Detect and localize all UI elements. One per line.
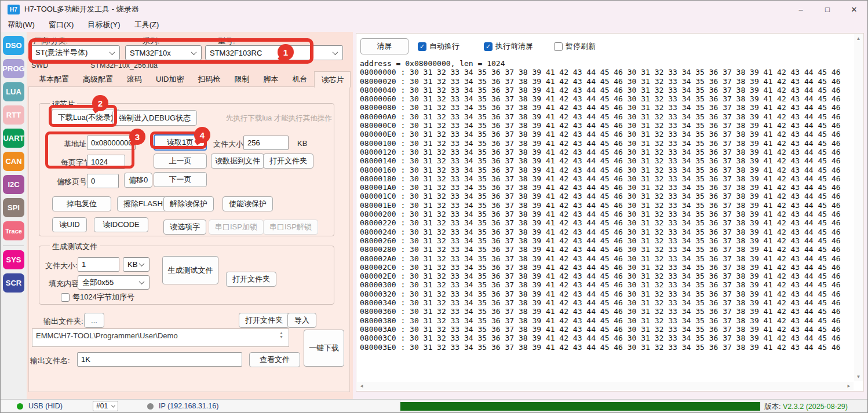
tab-page-read-chip: 读芯片 下载Lua(不烧录) 强制进入DEBUG状态 先执行下载lua 才能执行… bbox=[28, 86, 350, 392]
console-checkbox-2[interactable]: ✓执行前清屏 bbox=[484, 41, 533, 52]
browse-folder-button[interactable]: ... bbox=[84, 313, 104, 328]
menu-item[interactable]: 工具(Z) bbox=[127, 19, 166, 31]
gen-open-folder-button[interactable]: 打开文件夹 bbox=[226, 272, 276, 287]
hex-output[interactable]: address = 0x08000000, len = 102408000000… bbox=[360, 59, 852, 378]
vertical-scrollbar[interactable]: ▲▼ bbox=[854, 34, 863, 381]
sidebar-item-sys[interactable]: SYS bbox=[3, 250, 24, 269]
menu-item[interactable]: 目标板(Y) bbox=[81, 19, 127, 31]
isp-unlock-button[interactable]: 串口ISP解锁 bbox=[263, 220, 318, 235]
sidebar-item-can[interactable]: CAN bbox=[3, 152, 24, 171]
erase-flash-button[interactable]: 擦除FLASH bbox=[117, 196, 169, 211]
tab-2[interactable]: 高级配置 bbox=[76, 72, 120, 87]
ip-status-label: IP (192.168.31.16) bbox=[159, 402, 218, 410]
prev-page-button[interactable]: 上一页 bbox=[154, 153, 207, 169]
fill-content-select[interactable]: 全部0x55 bbox=[78, 275, 149, 290]
sidebar-item-rtt[interactable]: RTT bbox=[3, 105, 24, 125]
read-option-bytes-button[interactable]: 读选项字 bbox=[163, 220, 206, 235]
output-filename-input[interactable]: 1K bbox=[77, 352, 242, 367]
sidebar-item-trace[interactable]: Trace bbox=[3, 221, 24, 240]
tab-1[interactable]: 基本配置 bbox=[32, 72, 76, 87]
tab-9[interactable]: 读芯片 bbox=[314, 71, 351, 87]
menu-item[interactable]: 帮助(W) bbox=[1, 19, 42, 31]
import-button[interactable]: 导入 bbox=[287, 313, 316, 328]
channel-select[interactable]: #01 bbox=[93, 401, 118, 411]
offset-page-input[interactable]: 0 bbox=[87, 174, 119, 188]
file-size-input[interactable]: 256 bbox=[243, 136, 289, 150]
chevron-down-icon bbox=[333, 49, 338, 55]
scroll-right-icon[interactable]: ► bbox=[847, 383, 851, 389]
channel-value: #01 bbox=[96, 402, 108, 410]
gen-size-input[interactable]: 1 bbox=[78, 257, 119, 272]
console-checkbox-3[interactable]: 暂停刷新 bbox=[554, 41, 596, 52]
window-controls: – □ ✕ bbox=[787, 1, 867, 18]
hex-line: 08000240 : 30 31 32 33 34 35 36 37 38 39… bbox=[360, 228, 852, 236]
enable-read-protect-button[interactable]: 使能读保护 bbox=[223, 196, 273, 211]
sidebar-item-dso[interactable]: DSO bbox=[3, 36, 24, 55]
tab-3[interactable]: 滚码 bbox=[120, 72, 149, 87]
page-bytes-input[interactable]: 1024 bbox=[87, 155, 125, 169]
sidebar-item-uart[interactable]: UART bbox=[3, 129, 24, 148]
tab-7[interactable]: 脚本 bbox=[256, 72, 285, 87]
console-checkbox-1[interactable]: ✓自动换行 bbox=[418, 41, 459, 52]
hex-line: 08000100 : 30 31 32 33 34 35 36 37 38 39… bbox=[360, 139, 852, 148]
read-chip-group: 读芯片 下载Lua(不烧录) 强制进入DEBUG状态 先执行下载lua 才能执行… bbox=[39, 103, 334, 236]
hex-line: 080002C0 : 30 31 32 33 34 35 36 37 38 39… bbox=[360, 263, 852, 272]
isp-lock-button[interactable]: 串口ISP加锁 bbox=[209, 220, 264, 235]
tab-5[interactable]: 扫码枪 bbox=[191, 72, 227, 87]
scroll-up-icon[interactable]: ▲ bbox=[856, 36, 861, 41]
next-page-button[interactable]: 下一页 bbox=[154, 172, 207, 187]
close-button[interactable]: ✕ bbox=[841, 1, 867, 18]
checkbox-icon bbox=[554, 42, 563, 51]
scroll-left-icon[interactable]: ◄ bbox=[359, 383, 364, 389]
model-select[interactable]: STM32F103RC bbox=[205, 45, 343, 60]
tab-4[interactable]: UID加密 bbox=[149, 72, 191, 87]
sidebar-divider bbox=[3, 246, 24, 246]
hex-line: 08000360 : 30 31 32 33 34 35 36 37 38 39… bbox=[360, 307, 852, 316]
series-select[interactable]: STM32F10x bbox=[125, 45, 202, 60]
path-scroll-arrows[interactable]: ▲▼ bbox=[279, 331, 283, 339]
gen-size-unit-select[interactable]: KB bbox=[123, 257, 149, 272]
sidebar-item-i2c[interactable]: I2C bbox=[3, 175, 24, 194]
hex-line: 08000200 : 30 31 32 33 34 35 36 37 38 39… bbox=[360, 210, 852, 218]
seq-number-checkbox[interactable]: 每1024字节加序号 bbox=[61, 292, 134, 302]
base-addr-input[interactable]: 0x08000000 bbox=[87, 136, 136, 150]
power-reset-button[interactable]: 掉电复位 bbox=[52, 196, 111, 211]
version-text: 版本: V2.3.2 (2025-08-29) bbox=[748, 402, 864, 412]
sidebar-item-scr[interactable]: SCR bbox=[3, 273, 24, 293]
read-to-file-button[interactable]: 读数据到文件 bbox=[211, 153, 264, 169]
tab-8[interactable]: 机台 bbox=[285, 72, 314, 87]
sidebar-item-spi[interactable]: SPI bbox=[3, 198, 24, 217]
checkbox-label: 自动换行 bbox=[429, 41, 459, 52]
maximize-button[interactable]: □ bbox=[814, 1, 841, 18]
view-file-button[interactable]: 查看文件 bbox=[249, 352, 300, 367]
fill-content-value: 全部0x55 bbox=[82, 277, 114, 288]
hex-line: 08000060 : 30 31 32 33 34 35 36 37 38 39… bbox=[360, 94, 852, 103]
minimize-button[interactable]: – bbox=[787, 1, 814, 18]
hex-line: 08000320 : 30 31 32 33 34 35 36 37 38 39… bbox=[360, 290, 852, 298]
title-bar: H7 H7-TOOL多功能开发工具 - 烧录器 – □ ✕ bbox=[1, 1, 867, 18]
hex-line: 08000340 : 30 31 32 33 34 35 36 37 38 39… bbox=[360, 298, 852, 307]
offset-zero-button[interactable]: 偏移0 bbox=[124, 173, 152, 188]
sidebar-item-prog[interactable]: PROG bbox=[3, 59, 24, 78]
horizontal-scrollbar[interactable]: ◄► bbox=[357, 382, 854, 390]
unlock-read-protect-button[interactable]: 解除读保护 bbox=[163, 196, 214, 211]
chevron-down-icon bbox=[191, 49, 197, 55]
read-idcode-button[interactable]: 读IDCODE bbox=[94, 217, 148, 232]
generate-test-file-button[interactable]: 生成测试文件 bbox=[162, 256, 218, 284]
sidebar-item-lua[interactable]: LUA bbox=[3, 82, 24, 101]
output-path-box[interactable]: EMMC\H7-TOOL\Programmer\User\Demo bbox=[32, 328, 289, 347]
tab-6[interactable]: 限制 bbox=[227, 72, 256, 87]
menu-item[interactable]: 窗口(X) bbox=[42, 19, 81, 31]
output-open-folder-button[interactable]: 打开文件夹 bbox=[239, 313, 289, 328]
clear-screen-button[interactable]: 清屏 bbox=[360, 38, 409, 54]
scroll-down-icon[interactable]: ▼ bbox=[856, 374, 861, 379]
one-key-download-button[interactable]: 一键下载 bbox=[304, 330, 344, 367]
download-lua-button[interactable]: 下载Lua(不烧录) bbox=[52, 109, 119, 126]
hex-line: 08000220 : 30 31 32 33 34 35 36 37 38 39… bbox=[360, 218, 852, 227]
force-debug-button[interactable]: 强制进入DEBUG状态 bbox=[112, 110, 197, 126]
vendor-select[interactable]: ST(意法半导体) bbox=[31, 45, 120, 60]
hex-line: 08000000 : 30 31 32 33 34 35 36 37 38 39… bbox=[360, 68, 852, 76]
open-folder-button[interactable]: 打开文件夹 bbox=[263, 153, 313, 169]
output-folder-label: 输出文件夹: bbox=[43, 316, 83, 327]
read-uid-button[interactable]: 读UID bbox=[52, 217, 87, 232]
